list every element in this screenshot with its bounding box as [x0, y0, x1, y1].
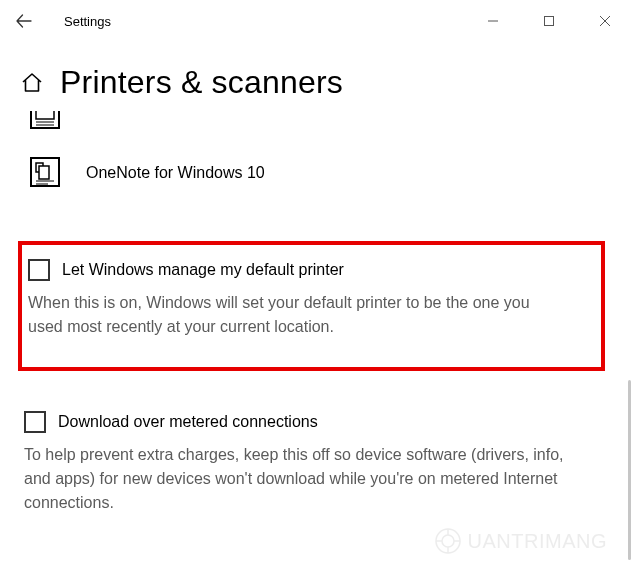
minimize-icon [487, 15, 499, 27]
default-printer-description: When this is on, Windows will set your d… [28, 291, 565, 339]
svg-rect-2 [36, 111, 54, 119]
window-controls [465, 0, 633, 42]
svg-rect-5 [39, 166, 49, 179]
arrow-left-icon [15, 12, 33, 30]
home-icon[interactable] [20, 71, 44, 95]
close-icon [599, 15, 611, 27]
svg-rect-0 [545, 17, 554, 26]
metered-description: To help prevent extra charges, keep this… [24, 443, 593, 515]
printer-item[interactable]: OneNote for Windows 10 [22, 155, 613, 191]
printer-item-partial[interactable] [22, 111, 613, 131]
page-title: Printers & scanners [60, 64, 343, 101]
watermark: UANTRIMANG [434, 527, 607, 555]
close-button[interactable] [577, 0, 633, 42]
highlight-box: Let Windows manage my default printer Wh… [18, 241, 605, 371]
scrollbar[interactable] [628, 380, 631, 560]
window-title: Settings [64, 14, 111, 29]
content: OneNote for Windows 10 Let Windows manag… [0, 111, 633, 515]
printer-label: OneNote for Windows 10 [86, 164, 265, 182]
option-metered: Download over metered connections To hel… [22, 411, 613, 515]
page-header: Printers & scanners [0, 42, 633, 111]
printer-icon [28, 111, 64, 131]
default-printer-label: Let Windows manage my default printer [62, 261, 344, 279]
metered-checkbox[interactable] [24, 411, 46, 433]
printer-icon [28, 155, 64, 191]
metered-label: Download over metered connections [58, 413, 318, 431]
minimize-button[interactable] [465, 0, 521, 42]
titlebar: Settings [0, 0, 633, 42]
back-button[interactable] [4, 0, 44, 42]
maximize-icon [543, 15, 555, 27]
maximize-button[interactable] [521, 0, 577, 42]
default-printer-checkbox[interactable] [28, 259, 50, 281]
svg-point-7 [442, 535, 454, 547]
option-default-printer: Let Windows manage my default printer Wh… [26, 259, 585, 339]
